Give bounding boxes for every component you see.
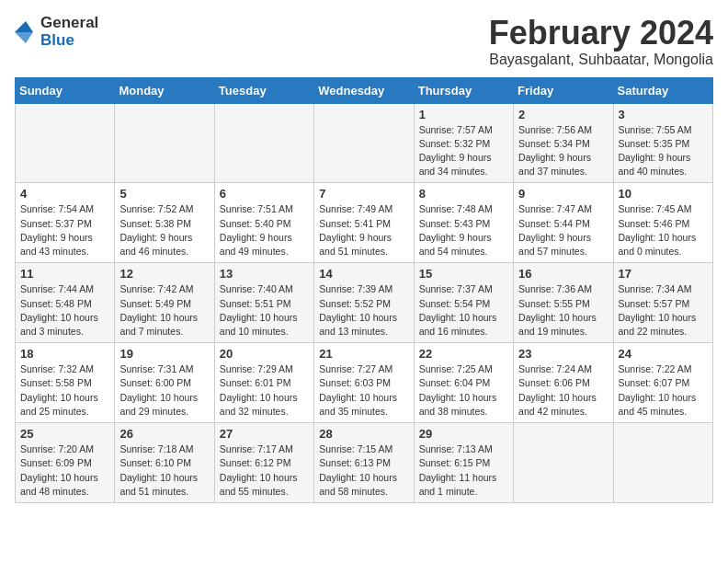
svg-marker-1 <box>15 32 33 43</box>
day-info: Sunrise: 7:49 AMSunset: 5:41 PMDaylight:… <box>319 202 408 259</box>
calendar-cell: 29Sunrise: 7:13 AMSunset: 6:15 PMDayligh… <box>414 423 513 503</box>
day-number: 2 <box>518 108 608 121</box>
week-row-4: 18Sunrise: 7:32 AMSunset: 5:58 PMDayligh… <box>16 343 713 423</box>
calendar-cell: 13Sunrise: 7:40 AMSunset: 5:51 PMDayligh… <box>214 263 313 343</box>
calendar-cell: 8Sunrise: 7:48 AMSunset: 5:43 PMDaylight… <box>414 183 513 263</box>
calendar-cell: 9Sunrise: 7:47 AMSunset: 5:44 PMDaylight… <box>514 183 613 263</box>
column-header-friday: Friday <box>514 77 613 103</box>
svg-marker-0 <box>15 21 33 32</box>
day-number: 7 <box>319 187 408 201</box>
calendar-cell: 10Sunrise: 7:45 AMSunset: 5:46 PMDayligh… <box>613 183 712 263</box>
day-number: 12 <box>119 267 209 281</box>
day-number: 6 <box>220 187 309 201</box>
day-info: Sunrise: 7:51 AMSunset: 5:40 PMDaylight:… <box>220 202 309 259</box>
calendar-cell: 6Sunrise: 7:51 AMSunset: 5:40 PMDaylight… <box>214 183 313 263</box>
calendar-cell: 26Sunrise: 7:18 AMSunset: 6:10 PMDayligh… <box>115 423 214 503</box>
day-number: 23 <box>518 347 608 361</box>
column-header-thursday: Thursday <box>414 77 513 103</box>
week-row-5: 25Sunrise: 7:20 AMSunset: 6:09 PMDayligh… <box>16 423 713 503</box>
day-number: 1 <box>419 108 508 121</box>
calendar-cell <box>214 103 313 183</box>
calendar-cell: 5Sunrise: 7:52 AMSunset: 5:38 PMDaylight… <box>115 183 214 263</box>
day-info: Sunrise: 7:45 AMSunset: 5:46 PMDaylight:… <box>619 202 708 259</box>
logo: GeneralBlue <box>15 15 98 49</box>
day-info: Sunrise: 7:32 AMSunset: 5:58 PMDaylight:… <box>20 362 109 419</box>
calendar-cell: 24Sunrise: 7:22 AMSunset: 6:07 PMDayligh… <box>613 343 712 423</box>
day-info: Sunrise: 7:27 AMSunset: 6:03 PMDaylight:… <box>319 362 408 419</box>
column-header-tuesday: Tuesday <box>214 77 313 103</box>
day-info: Sunrise: 7:15 AMSunset: 6:13 PMDaylight:… <box>319 442 408 499</box>
calendar-cell: 28Sunrise: 7:15 AMSunset: 6:13 PMDayligh… <box>314 423 414 503</box>
day-info: Sunrise: 7:36 AMSunset: 5:55 PMDaylight:… <box>518 282 608 339</box>
column-header-saturday: Saturday <box>613 77 712 103</box>
day-number: 15 <box>419 267 508 281</box>
column-header-sunday: Sunday <box>16 77 115 103</box>
calendar-cell: 7Sunrise: 7:49 AMSunset: 5:41 PMDaylight… <box>314 183 414 263</box>
calendar-cell: 27Sunrise: 7:17 AMSunset: 6:12 PMDayligh… <box>214 423 313 503</box>
day-info: Sunrise: 7:57 AMSunset: 5:32 PMDaylight:… <box>419 123 508 179</box>
day-number: 14 <box>319 267 408 281</box>
calendar-cell: 25Sunrise: 7:20 AMSunset: 6:09 PMDayligh… <box>16 423 115 503</box>
calendar-cell: 20Sunrise: 7:29 AMSunset: 6:01 PMDayligh… <box>214 343 313 423</box>
day-number: 5 <box>119 187 209 201</box>
calendar-table: SundayMondayTuesdayWednesdayThursdayFrid… <box>15 77 713 503</box>
day-info: Sunrise: 7:52 AMSunset: 5:38 PMDaylight:… <box>119 202 209 259</box>
day-info: Sunrise: 7:37 AMSunset: 5:54 PMDaylight:… <box>419 282 508 339</box>
day-info: Sunrise: 7:34 AMSunset: 5:57 PMDaylight:… <box>619 282 708 339</box>
calendar-cell: 4Sunrise: 7:54 AMSunset: 5:37 PMDaylight… <box>16 183 115 263</box>
day-info: Sunrise: 7:24 AMSunset: 6:06 PMDaylight:… <box>518 362 608 419</box>
calendar-cell: 1Sunrise: 7:57 AMSunset: 5:32 PMDaylight… <box>414 103 513 183</box>
day-info: Sunrise: 7:13 AMSunset: 6:15 PMDaylight:… <box>419 442 508 499</box>
day-info: Sunrise: 7:40 AMSunset: 5:51 PMDaylight:… <box>220 282 309 339</box>
title-area: February 2024 Bayasgalant, Suhbaatar, Mo… <box>489 15 713 68</box>
calendar-cell: 18Sunrise: 7:32 AMSunset: 5:58 PMDayligh… <box>16 343 115 423</box>
column-header-wednesday: Wednesday <box>314 77 414 103</box>
logo-general-text: General <box>40 15 98 32</box>
calendar-cell: 19Sunrise: 7:31 AMSunset: 6:00 PMDayligh… <box>115 343 214 423</box>
week-row-2: 4Sunrise: 7:54 AMSunset: 5:37 PMDaylight… <box>16 183 713 263</box>
day-number: 10 <box>619 187 708 201</box>
day-info: Sunrise: 7:17 AMSunset: 6:12 PMDaylight:… <box>220 442 309 499</box>
day-info: Sunrise: 7:31 AMSunset: 6:00 PMDaylight:… <box>119 362 209 419</box>
calendar-cell: 15Sunrise: 7:37 AMSunset: 5:54 PMDayligh… <box>414 263 513 343</box>
column-header-monday: Monday <box>115 77 214 103</box>
day-number: 21 <box>319 347 408 361</box>
day-info: Sunrise: 7:56 AMSunset: 5:34 PMDaylight:… <box>518 123 608 179</box>
day-number: 29 <box>419 427 508 441</box>
day-number: 8 <box>419 187 508 201</box>
calendar-cell: 17Sunrise: 7:34 AMSunset: 5:57 PMDayligh… <box>613 263 712 343</box>
calendar-cell: 2Sunrise: 7:56 AMSunset: 5:34 PMDaylight… <box>514 103 613 183</box>
day-info: Sunrise: 7:22 AMSunset: 6:07 PMDaylight:… <box>619 362 708 419</box>
calendar-cell: 11Sunrise: 7:44 AMSunset: 5:48 PMDayligh… <box>16 263 115 343</box>
day-number: 20 <box>220 347 309 361</box>
calendar-cell: 23Sunrise: 7:24 AMSunset: 6:06 PMDayligh… <box>514 343 613 423</box>
day-number: 19 <box>119 347 209 361</box>
day-number: 25 <box>20 427 109 441</box>
day-number: 9 <box>518 187 608 201</box>
day-info: Sunrise: 7:47 AMSunset: 5:44 PMDaylight:… <box>518 202 608 259</box>
day-info: Sunrise: 7:20 AMSunset: 6:09 PMDaylight:… <box>20 442 109 499</box>
day-number: 18 <box>20 347 109 361</box>
calendar-cell <box>16 103 115 183</box>
day-number: 26 <box>119 427 209 441</box>
day-info: Sunrise: 7:48 AMSunset: 5:43 PMDaylight:… <box>419 202 508 259</box>
calendar-cell: 22Sunrise: 7:25 AMSunset: 6:04 PMDayligh… <box>414 343 513 423</box>
day-number: 4 <box>20 187 109 201</box>
calendar-cell <box>613 423 712 503</box>
calendar-title: February 2024 <box>489 15 713 52</box>
calendar-cell: 16Sunrise: 7:36 AMSunset: 5:55 PMDayligh… <box>514 263 613 343</box>
day-number: 3 <box>619 108 708 121</box>
day-number: 28 <box>319 427 408 441</box>
day-info: Sunrise: 7:29 AMSunset: 6:01 PMDaylight:… <box>220 362 309 419</box>
day-number: 13 <box>220 267 309 281</box>
day-info: Sunrise: 7:54 AMSunset: 5:37 PMDaylight:… <box>20 202 109 259</box>
day-info: Sunrise: 7:39 AMSunset: 5:52 PMDaylight:… <box>319 282 408 339</box>
week-row-3: 11Sunrise: 7:44 AMSunset: 5:48 PMDayligh… <box>16 263 713 343</box>
logo-blue-text: Blue <box>40 32 98 50</box>
calendar-cell: 14Sunrise: 7:39 AMSunset: 5:52 PMDayligh… <box>314 263 414 343</box>
logo-bird-icon <box>15 19 33 45</box>
day-number: 22 <box>419 347 508 361</box>
header: GeneralBlue February 2024 Bayasgalant, S… <box>15 15 713 68</box>
day-info: Sunrise: 7:18 AMSunset: 6:10 PMDaylight:… <box>119 442 209 499</box>
day-number: 27 <box>220 427 309 441</box>
